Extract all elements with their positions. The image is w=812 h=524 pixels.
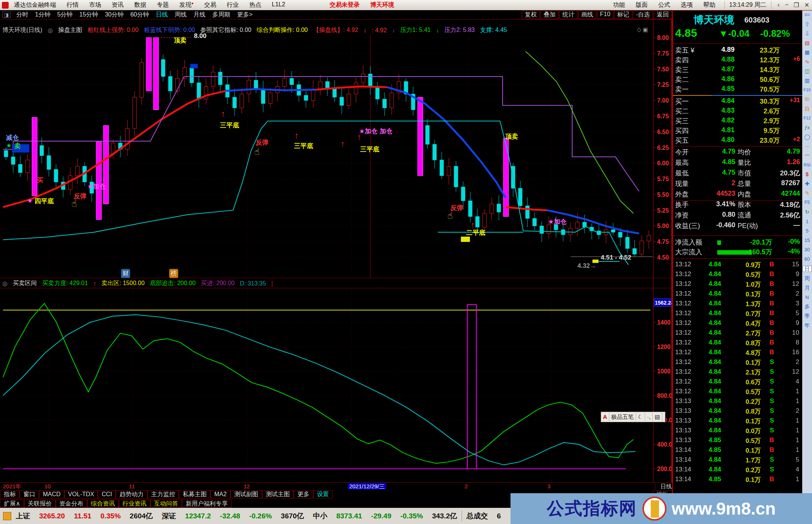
strip-icon-5-∿[interactable]: ∿: [805, 59, 809, 65]
bid-row-4[interactable]: 买四4.819.5万: [673, 126, 802, 136]
menu-right-item-1[interactable]: 版面: [636, 1, 648, 9]
strip-icon-0-⇦[interactable]: ⇦: [804, 12, 810, 18]
strip-icon-21-↻[interactable]: ↻: [805, 209, 809, 215]
menu-item-1[interactable]: 行情: [67, 1, 79, 9]
strip-icon-4-▦[interactable]: ▦: [804, 50, 809, 55]
strip-icon-1-⇧[interactable]: ⇧: [804, 21, 809, 27]
strip-icon-32-季[interactable]: 季: [804, 313, 810, 319]
bottom-tab-测试副图[interactable]: 测试副图: [230, 490, 262, 498]
menu-item-7[interactable]: 交易: [204, 1, 216, 9]
strip-icon-16-RSI[interactable]: RSI: [804, 162, 810, 168]
strip-icon-14-—[interactable]: —: [805, 143, 809, 149]
strip-icon-9-铝[interactable]: 铝: [805, 97, 809, 102]
bottom-tab-更多[interactable]: 更多: [294, 490, 313, 498]
menu-item-10[interactable]: L1L2: [272, 1, 285, 9]
strip-icon-17-$[interactable]: $: [806, 172, 809, 177]
period-tab-日线[interactable]: 日线: [156, 11, 168, 19]
strip-icon-11-F12[interactable]: F12: [804, 115, 811, 121]
period-tab-更多>[interactable]: 更多>: [237, 11, 253, 19]
main-pane-header-icons[interactable]: ◇ ▣: [637, 26, 648, 33]
strip-icon-26-60[interactable]: 60: [804, 256, 810, 262]
strip-icon-10-自[interactable]: 自: [804, 106, 810, 112]
strip-icon-20-F5[interactable]: F5: [804, 200, 810, 205]
toolbar-button-复权[interactable]: 复权: [522, 11, 540, 19]
strip-icon-13-◯[interactable]: ◯: [804, 134, 810, 140]
ext-tab-综合资讯[interactable]: 综合资讯: [87, 500, 119, 508]
toolbar-button--自选[interactable]: -自选: [633, 11, 653, 19]
window-button-0[interactable]: ‹: [778, 2, 780, 9]
ask-row-4[interactable]: 卖四4.8812.3万+6: [673, 56, 802, 65]
strip-icon-12-ƒx[interactable]: ƒx: [804, 125, 810, 130]
menu-alert-0[interactable]: 交易未登录: [330, 1, 360, 9]
ext-tab-关联报价[interactable]: 关联报价: [24, 500, 56, 508]
strip-icon-23-5[interactable]: 5: [806, 228, 808, 234]
window-button-2[interactable]: ❐: [794, 2, 799, 9]
bottom-tab-CCI[interactable]: CCI: [98, 490, 116, 498]
bottom-tab-MACD[interactable]: MACD: [39, 490, 64, 498]
period-tab-15分钟[interactable]: 15分钟: [79, 11, 98, 19]
menu-right-item-0[interactable]: 功能: [613, 1, 625, 9]
ime-item-2[interactable]: ☾: [636, 413, 645, 421]
strip-icon-31-多[interactable]: 多: [804, 304, 810, 310]
menu-right-item-3[interactable]: 选项: [681, 1, 693, 9]
period-tab-5分钟[interactable]: 5分钟: [57, 11, 73, 19]
period-tab-1分钟[interactable]: 1分钟: [35, 11, 50, 19]
toolbar-button-返回[interactable]: 返回: [654, 11, 672, 19]
period-tab-周线[interactable]: 周线: [175, 11, 187, 19]
toolbar-button-统计[interactable]: 统计: [559, 11, 577, 19]
chart-canvas[interactable]: 8.007.757.507.257.006.756.506.256.005.75…: [0, 0, 672, 524]
toolbar-button-F10[interactable]: F10: [597, 11, 614, 19]
window-button-1[interactable]: −: [785, 2, 788, 9]
ask-row-3[interactable]: 卖三4.8714.3万: [673, 65, 802, 75]
strip-icon-25-30[interactable]: 30: [804, 247, 810, 252]
strip-icon-33-年[interactable]: 年: [804, 323, 810, 328]
ask-row-2[interactable]: 卖二4.8650.6万: [673, 75, 802, 85]
bid-row-5[interactable]: 买五4.8023.0万+2: [673, 136, 802, 146]
menu-right-item-4[interactable]: 帮助: [703, 1, 715, 9]
strip-icon-18-✚[interactable]: ✚: [805, 181, 809, 187]
ask-row-5[interactable]: 卖五 ¥4.8923.2万: [673, 46, 802, 56]
menu-item-4[interactable]: 数据: [134, 1, 146, 9]
menu-item-3[interactable]: 资讯: [112, 1, 124, 9]
toolbar-button-叠加[interactable]: 叠加: [541, 11, 559, 19]
strip-icon-3-▤[interactable]: ▤: [804, 40, 809, 46]
window-button-3[interactable]: ✕: [804, 2, 809, 9]
bid-row-3[interactable]: 买三4.822.9万: [673, 116, 802, 126]
menu-right-item-2[interactable]: 公式: [658, 1, 670, 9]
ime-toolbar[interactable]: A极品五笔☾·,▤: [601, 412, 665, 422]
ext-tab-扩展∧[interactable]: 扩展∧: [0, 500, 24, 508]
ime-item-3[interactable]: ·,: [645, 413, 653, 421]
bid-row-1[interactable]: 买一4.8430.3万+31: [673, 97, 802, 107]
ext-tab-互动问答[interactable]: 互动问答: [150, 500, 182, 508]
toolbar-button-标记[interactable]: 标记: [614, 11, 632, 19]
bottom-tab-指标[interactable]: 指标: [0, 490, 20, 498]
ext-tab-行业资讯[interactable]: 行业资讯: [119, 500, 150, 508]
strip-icon-29-月[interactable]: 月: [804, 285, 810, 291]
period-tab-月线[interactable]: 月线: [194, 11, 206, 19]
strip-icon-8-F10[interactable]: F10: [804, 87, 811, 93]
ext-tab-新用户福利专享[interactable]: 新用户福利专享: [182, 500, 232, 508]
menu-item-9[interactable]: 热点: [249, 1, 261, 9]
bottom-tab-私募主图[interactable]: 私募主图: [179, 490, 211, 498]
menu-item-6[interactable]: 发现●: [179, 1, 194, 9]
overlay-badge-榜[interactable]: 榜: [169, 269, 178, 278]
bid-row-2[interactable]: 买二4.832.6万: [673, 107, 802, 116]
toolbar-button-画线[interactable]: 画线: [578, 11, 596, 19]
ext-tab-资金分布[interactable]: 资金分布: [56, 500, 87, 508]
period-tab-60分钟[interactable]: 60分钟: [130, 11, 149, 19]
bottom-tab-MA2[interactable]: MA2: [211, 490, 230, 498]
strip-icon-2-⇩[interactable]: ⇩: [804, 31, 809, 36]
strip-icon-7-▥[interactable]: ▥: [804, 78, 809, 83]
status-market-icon[interactable]: [3, 512, 11, 520]
strip-icon-30-N[interactable]: N: [805, 294, 809, 300]
menu-item-2[interactable]: 市场: [89, 1, 101, 9]
menu-alert-1[interactable]: 博天环境: [370, 1, 394, 9]
bottom-tab-测试主图[interactable]: 测试主图: [262, 490, 294, 498]
layout-toggle-icon[interactable]: ◨: [2, 12, 11, 18]
bottom-tab-设置[interactable]: 设置: [313, 490, 333, 498]
period-tab-分时[interactable]: 分时: [16, 11, 28, 19]
strip-icon-28-周[interactable]: 周: [804, 276, 810, 281]
ask-row-1[interactable]: 卖一4.8570.5万: [673, 85, 802, 95]
strip-icon-24-15[interactable]: 15: [804, 237, 810, 243]
strip-icon-6-◫[interactable]: ◫: [804, 68, 809, 74]
